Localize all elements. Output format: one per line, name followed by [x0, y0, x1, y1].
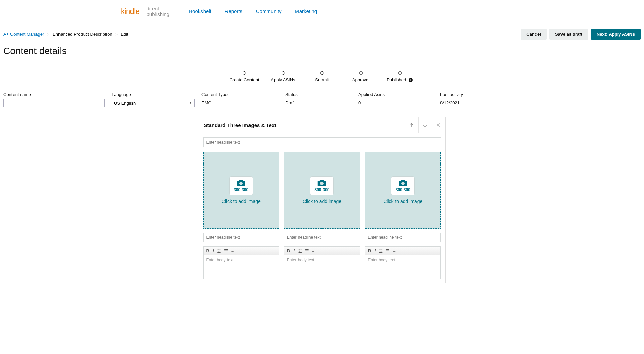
close-icon — [435, 122, 442, 128]
step-published: Published i — [386, 71, 413, 82]
underline-button[interactable]: U — [379, 248, 382, 253]
bold-button[interactable]: B — [206, 248, 209, 253]
italic-button[interactable]: I — [293, 248, 295, 253]
italic-button[interactable]: I — [213, 248, 214, 253]
sub-headline-input-2[interactable] — [284, 233, 360, 242]
progress-stepper: Create Content Apply ASINs Submit Approv… — [0, 59, 644, 88]
svg-point-1 — [320, 182, 324, 185]
chevron-right-icon: > — [47, 32, 49, 36]
cancel-button[interactable]: Cancel — [521, 29, 547, 40]
step-create-content: Create Content — [231, 71, 258, 82]
meta-row: Content name Language US English Content… — [0, 88, 644, 107]
rte-toolbar: B I U ☰ ≡ — [204, 247, 279, 255]
image-dropzone-1[interactable]: 300:300 Click to add image — [203, 152, 279, 229]
move-down-button[interactable] — [418, 117, 432, 133]
logo: kindle direct publishing — [121, 4, 169, 19]
step-apply-asins: Apply ASINs — [270, 71, 297, 82]
image-dim-text: 300:300 — [396, 187, 410, 192]
breadcrumb: A+ Content Manager > Enhanced Product De… — [3, 32, 128, 37]
body-editor-2: B I U ☰ ≡ Enter body text — [284, 246, 360, 279]
applied-asins-field: Applied Asins 0 — [358, 92, 433, 107]
nav-marketing[interactable]: Marketing — [289, 8, 323, 14]
move-up-button[interactable] — [405, 117, 418, 133]
bullet-list-button[interactable]: ☰ — [386, 248, 389, 253]
bullet-list-button[interactable]: ☰ — [305, 248, 309, 253]
image-dropzone-cta: Click to add image — [303, 199, 341, 204]
content-name-input[interactable] — [3, 99, 105, 107]
nav-community[interactable]: Community — [250, 8, 288, 14]
camera-icon — [398, 179, 408, 187]
image-dropzone-2[interactable]: 300:300 Click to add image — [284, 152, 360, 229]
module-headline-input[interactable] — [203, 137, 441, 147]
module-title: Standard Three Images & Text — [199, 118, 281, 133]
applied-asins-value: 0 — [358, 99, 433, 105]
breadcrumb-level2: Edit — [121, 32, 128, 37]
last-activity-label: Last activity — [440, 92, 641, 97]
logo-dp-line1: direct — [146, 6, 159, 11]
step-circle-icon — [282, 71, 285, 75]
module-header: Standard Three Images & Text — [199, 117, 445, 133]
body-text-input-3[interactable]: Enter body text — [365, 255, 440, 279]
language-select[interactable]: US English — [112, 99, 195, 107]
numbered-list-button[interactable]: ≡ — [231, 248, 234, 253]
image-dropzone-3[interactable]: 300:300 Click to add image — [365, 152, 441, 229]
image-dim-text: 300:300 — [234, 187, 248, 192]
last-activity-value: 8/12/2021 — [440, 99, 641, 105]
breadcrumb-root[interactable]: A+ Content Manager — [3, 32, 44, 37]
camera-icon — [317, 179, 327, 187]
logo-dp-line2: publishing — [146, 11, 169, 17]
module-wrap: Standard Three Images & Text — [0, 107, 644, 283]
image-dim-box: 300:300 — [229, 176, 253, 195]
body-editor-3: B I U ☰ ≡ Enter body text — [365, 246, 441, 279]
language-field: Language US English — [112, 92, 195, 107]
module-column-3: 300:300 Click to add image B I U ☰ ≡ — [365, 152, 441, 279]
numbered-list-button[interactable]: ≡ — [312, 248, 314, 253]
body-editor-1: B I U ☰ ≡ Enter body text — [203, 246, 279, 279]
bold-button[interactable]: B — [287, 248, 290, 253]
body-text-input-2[interactable]: Enter body text — [284, 255, 360, 279]
image-dim-box: 300:300 — [391, 176, 415, 195]
module-columns: 300:300 Click to add image B I U ☰ ≡ — [203, 152, 441, 279]
image-dropzone-cta: Click to add image — [222, 199, 261, 204]
last-activity-field: Last activity 8/12/2021 — [440, 92, 641, 107]
nav-bookshelf[interactable]: Bookshelf — [183, 8, 217, 14]
top-header: kindle direct publishing Bookshelf | Rep… — [0, 0, 644, 23]
bold-button[interactable]: B — [368, 248, 371, 253]
bullet-list-button[interactable]: ☰ — [224, 248, 228, 253]
sub-headline-input-1[interactable] — [203, 233, 279, 242]
underline-button[interactable]: U — [299, 248, 302, 253]
image-dim-box: 300:300 — [310, 176, 334, 195]
action-row: A+ Content Manager > Enhanced Product De… — [0, 23, 644, 40]
numbered-list-button[interactable]: ≡ — [393, 248, 395, 253]
underline-button[interactable]: U — [217, 248, 220, 253]
chevron-right-icon: > — [115, 32, 117, 36]
logo-direct-publishing: direct publishing — [146, 6, 169, 17]
step-submit: Submit — [309, 71, 336, 82]
italic-button[interactable]: I — [375, 248, 376, 253]
nav-reports[interactable]: Reports — [219, 8, 249, 14]
module-standard-three-images-text: Standard Three Images & Text — [199, 117, 446, 283]
remove-module-button[interactable] — [432, 117, 445, 133]
status-label: Status — [285, 92, 352, 97]
body-text-input-1[interactable]: Enter body text — [204, 255, 279, 279]
step-label: Approval — [352, 77, 369, 82]
next-apply-asins-button[interactable]: Next: Apply ASINs — [591, 29, 641, 40]
language-label: Language — [112, 92, 195, 97]
step-circle-icon — [320, 71, 324, 75]
info-icon[interactable]: i — [409, 78, 413, 82]
image-dropzone-cta: Click to add image — [383, 199, 422, 204]
content-type-label: Content Type — [201, 92, 279, 97]
module-column-2: 300:300 Click to add image B I U ☰ ≡ — [284, 152, 360, 279]
step-published-text: Published — [387, 77, 406, 82]
save-draft-button[interactable]: Save as draft — [549, 29, 588, 40]
content-name-field: Content name — [3, 92, 105, 107]
content-type-field: Content Type EMC — [201, 92, 279, 107]
sub-headline-input-3[interactable] — [365, 233, 441, 242]
camera-icon — [236, 179, 246, 187]
module-body: 300:300 Click to add image B I U ☰ ≡ — [199, 133, 445, 283]
status-value: Draft — [285, 99, 352, 105]
arrow-up-icon — [408, 122, 414, 128]
svg-point-2 — [401, 182, 405, 185]
step-label: Published i — [387, 77, 413, 82]
page-title: Content details — [0, 40, 644, 59]
